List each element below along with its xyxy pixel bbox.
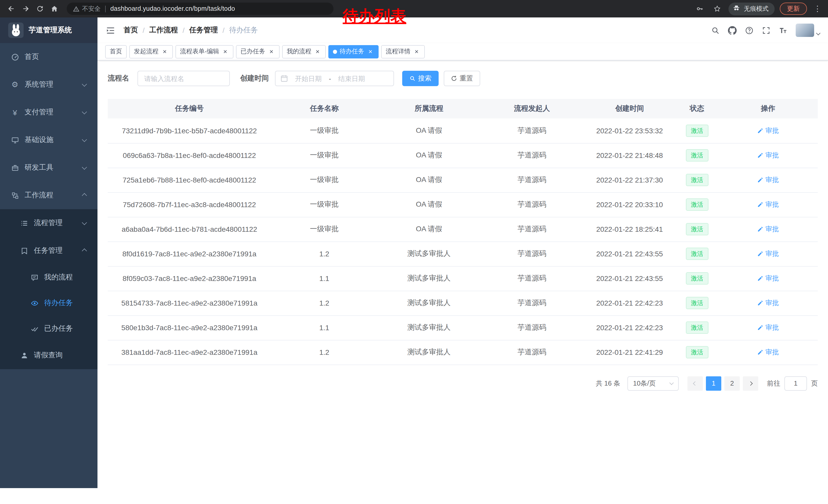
sidebar-item[interactable]: 首页 <box>0 43 97 71</box>
search-button[interactable]: 搜索 <box>402 71 439 86</box>
cell-task-name: 1.2 <box>271 241 378 266</box>
sidebar-item[interactable]: 研发工具 <box>0 154 97 182</box>
status-badge: 激活 <box>686 174 708 186</box>
table-row: 75d72608-7b7f-11ec-a3c8-acde48001122 一级审… <box>108 192 818 217</box>
sidebar-item[interactable]: 流程管理 <box>0 209 97 237</box>
end-date-input[interactable] <box>333 75 370 82</box>
reset-button[interactable]: 重置 <box>444 71 480 86</box>
search-icon[interactable] <box>711 26 720 35</box>
page-size-select[interactable]: 10条/页 <box>627 376 679 391</box>
close-icon[interactable]: × <box>413 48 420 55</box>
font-size-icon[interactable] <box>779 26 787 35</box>
browser-menu-icon[interactable]: ⋮ <box>812 4 823 13</box>
filter-name-label: 流程名 <box>108 74 129 83</box>
sidebar-item[interactable]: 基础设施 <box>0 126 97 154</box>
fullscreen-icon[interactable] <box>762 26 771 35</box>
sidebar-item[interactable]: 已办任务 <box>0 316 97 341</box>
browser-reload-icon[interactable] <box>34 3 46 15</box>
page-number-button[interactable]: 2 <box>724 376 740 391</box>
prev-page-button[interactable] <box>688 376 703 391</box>
tab-item[interactable]: 流程表单-编辑 × <box>175 45 234 58</box>
cell-process: OA 请假 <box>378 143 481 168</box>
address-bar[interactable]: 不安全 dashboard.yudao.iocoder.cn/bpm/task/… <box>67 3 333 15</box>
logo-avatar <box>8 22 24 38</box>
workflow-icon <box>10 191 19 200</box>
filter-bar: 流程名 创建时间 - 搜索 <box>108 71 818 86</box>
cell-initiator: 芋道源码 <box>481 217 583 241</box>
security-label: 不安全 <box>82 4 100 13</box>
tab-item[interactable]: 流程详情 × <box>381 45 425 58</box>
table-header-row: 任务编号任务名称所属流程流程发起人创建时间状态操作 <box>108 99 818 119</box>
close-icon[interactable]: × <box>367 48 374 55</box>
approve-link[interactable]: 审批 <box>757 200 779 209</box>
sidebar-item[interactable]: 任务管理 <box>0 237 97 265</box>
column-header: 流程发起人 <box>481 99 583 119</box>
start-date-input[interactable] <box>290 75 327 82</box>
incognito-badge: 无痕模式 <box>729 2 775 15</box>
chevron-down-icon <box>669 380 674 385</box>
column-header: 操作 <box>718 99 818 119</box>
approve-link[interactable]: 审批 <box>757 348 779 357</box>
github-icon[interactable] <box>728 26 737 35</box>
close-icon[interactable]: × <box>268 48 275 55</box>
tab-item[interactable]: 待办任务 × <box>328 45 379 58</box>
next-page-button[interactable] <box>743 376 758 391</box>
cell-action: 审批 <box>718 217 818 241</box>
page: 不安全 dashboard.yudao.iocoder.cn/bpm/task/… <box>0 0 828 504</box>
chevron-icon <box>82 109 87 114</box>
approve-link[interactable]: 审批 <box>757 249 779 259</box>
sidebar-toggle-icon[interactable] <box>106 26 115 35</box>
goto-page-input[interactable] <box>784 376 807 391</box>
user-avatar[interactable] <box>796 24 820 37</box>
column-header: 任务名称 <box>271 99 378 119</box>
sidebar-item[interactable]: 工作流程 <box>0 182 97 209</box>
cell-created-time: 2022-01-22 18:25:41 <box>584 217 676 241</box>
todo-table: 任务编号任务名称所属流程流程发起人创建时间状态操作 73211d9d-7b9b-… <box>108 99 818 365</box>
process-name-input[interactable] <box>137 71 230 86</box>
cell-task-id: 75d72608-7b7f-11ec-a3c8-acde48001122 <box>108 192 271 217</box>
tab-item[interactable]: 已办任务 × <box>236 45 280 58</box>
approve-link[interactable]: 审批 <box>757 323 779 332</box>
approve-link[interactable]: 审批 <box>757 225 779 234</box>
star-icon[interactable] <box>711 3 723 15</box>
sidebar-item[interactable]: 待办任务 <box>0 290 97 316</box>
tab-item[interactable]: 我的流程 × <box>282 45 326 58</box>
close-icon[interactable]: × <box>161 48 168 55</box>
cell-status: 激活 <box>676 217 718 241</box>
security-warning-icon[interactable] <box>73 5 82 12</box>
breadcrumb: 首页 / 工作流程 / 任务管理 / 待办任务 <box>124 26 258 35</box>
approve-link[interactable]: 审批 <box>757 274 779 283</box>
cell-process: 测试多审批人 <box>378 315 481 340</box>
sidebar-item[interactable]: 我的流程 <box>0 265 97 290</box>
key-icon[interactable] <box>694 3 706 15</box>
browser-forward-icon[interactable] <box>19 3 32 15</box>
approve-link[interactable]: 审批 <box>757 126 779 135</box>
approve-link[interactable]: 审批 <box>757 151 779 160</box>
navbar-actions <box>711 24 820 37</box>
cell-status: 激活 <box>676 143 718 168</box>
edit-icon <box>757 177 763 183</box>
cell-task-id: 381aa1dd-7ac8-11ec-a9e2-a2380e71991a <box>108 340 271 365</box>
approve-link[interactable]: 审批 <box>757 299 779 308</box>
approve-link[interactable]: 审批 <box>757 175 779 185</box>
app-logo[interactable]: 芋道管理系统 <box>0 17 97 43</box>
sidebar-item[interactable]: ⚙ 系统管理 <box>0 71 97 98</box>
page-number-button[interactable]: 1 <box>706 376 721 391</box>
cell-created-time: 2022-01-21 22:43:55 <box>584 241 676 266</box>
cell-action: 审批 <box>718 315 818 340</box>
tab-item[interactable]: 首页 <box>105 45 127 58</box>
tab-item[interactable]: 发起流程 × <box>129 45 173 58</box>
cell-process: OA 请假 <box>378 217 481 241</box>
update-button[interactable]: 更新 <box>780 3 807 15</box>
date-range-picker[interactable]: - <box>275 71 394 86</box>
help-icon[interactable] <box>745 26 754 35</box>
sidebar-item[interactable]: 请假查询 <box>0 341 97 369</box>
close-icon[interactable]: × <box>314 48 321 55</box>
browser-back-icon[interactable] <box>5 3 17 15</box>
browser-home-icon[interactable] <box>48 3 60 15</box>
sidebar-item[interactable]: ¥ 支付管理 <box>0 98 97 126</box>
close-icon[interactable]: × <box>222 48 229 55</box>
search-button-label: 搜索 <box>418 74 431 83</box>
goto-label: 前往 <box>767 379 780 388</box>
status-badge: 激活 <box>686 125 708 137</box>
